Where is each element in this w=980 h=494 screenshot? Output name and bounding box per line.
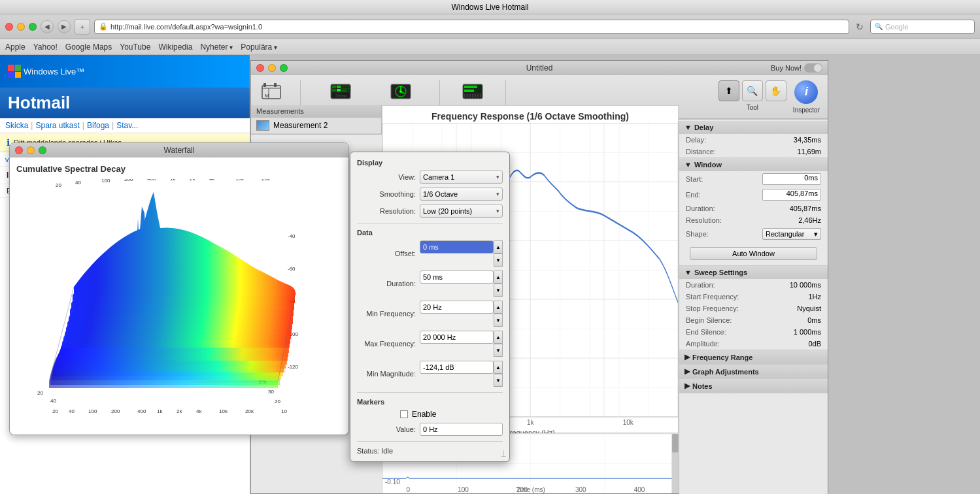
delay-header[interactable]: ▼ Delay xyxy=(679,121,828,134)
window-close-btn[interactable] xyxy=(5,23,13,31)
inspector-icon[interactable]: i xyxy=(794,80,818,104)
url-bar[interactable]: 🔒 http://mail.live.com/default.aspx?wa=w… xyxy=(94,20,849,34)
end-input[interactable]: 405,87ms xyxy=(762,189,821,201)
delay-section: ▼ Delay Delay: 34,35ms Distance: 11,69m xyxy=(679,121,828,158)
bookmark-nyheter[interactable]: Nyheter xyxy=(200,42,233,52)
max-freq-input[interactable]: 20 000 Hz xyxy=(420,331,494,344)
bookmark-populara[interactable]: Populära xyxy=(241,42,277,52)
waterfall-svg: 20 40 100 200 400 1k 2k 4k 10k 20k -40 -… xyxy=(16,179,317,414)
svg-text:1k: 1k xyxy=(157,408,163,414)
pointer-tool-btn[interactable]: ⬆ xyxy=(718,80,739,101)
min-mag-up-btn[interactable]: ▲ xyxy=(494,361,503,374)
start-label: Start: xyxy=(686,175,703,183)
shape-select[interactable]: Rectangular ▾ xyxy=(762,228,821,240)
auto-window-row: Auto Window xyxy=(679,242,828,265)
min-freq-up-btn[interactable]: ▲ xyxy=(494,301,503,314)
duration-up-btn[interactable]: ▲ xyxy=(494,271,503,284)
status-value: Idle xyxy=(381,447,393,455)
level-icon xyxy=(461,80,484,104)
waterfall-maximize-btn[interactable] xyxy=(39,146,46,154)
end-row: End: 405,87ms xyxy=(679,187,828,203)
bookmark-youtube[interactable]: YouTube xyxy=(120,42,150,52)
min-mag-row: Min Magnitude: -124,1 dB ▲ ▼ xyxy=(357,361,503,387)
resolution-row: Resolution: 2,46Hz xyxy=(679,214,828,226)
bookmark-yahoo[interactable]: Yahoo! xyxy=(33,42,58,52)
min-freq-down-btn[interactable]: ▼ xyxy=(494,314,503,327)
browser-chrome: Windows Live Hotmail ◀ ▶ + 🔒 http://mail… xyxy=(0,0,980,55)
min-freq-row: Min Frequency: 20 Hz ▲ ▼ xyxy=(357,301,503,327)
svg-text:400: 400 xyxy=(147,179,156,182)
notes-arrow: ▶ xyxy=(684,382,690,390)
bookmark-googlemaps[interactable]: Google Maps xyxy=(65,42,112,52)
toolbar-tools: ⬆ 🔍 ✋ Tool i Inspector xyxy=(718,80,820,114)
window-header[interactable]: ▼ Window xyxy=(679,158,828,171)
svg-rect-10 xyxy=(332,89,336,91)
waterfall-minimize-btn[interactable] xyxy=(27,146,35,154)
offset-up-btn[interactable]: ▲ xyxy=(494,240,503,254)
pan-tool-btn[interactable]: ✋ xyxy=(766,80,786,101)
duration-down-btn[interactable]: ▼ xyxy=(494,284,503,297)
max-freq-down-btn[interactable]: ▼ xyxy=(494,344,503,357)
min-freq-input[interactable]: 20 Hz xyxy=(420,301,494,314)
svg-text:20: 20 xyxy=(37,390,43,396)
bookmark-wikipedia[interactable]: Wikipedia xyxy=(158,42,192,52)
duration-input[interactable]: 50 ms xyxy=(420,271,494,284)
start-input[interactable]: 0ms xyxy=(762,173,821,185)
svg-rect-11 xyxy=(337,89,341,91)
smoothing-select-arrow: ▾ xyxy=(496,191,499,197)
end-silence-row: End Silence: 1 000ms xyxy=(679,326,828,338)
search-bar[interactable]: 🔍 Google xyxy=(870,20,975,34)
analyzer-close-btn[interactable] xyxy=(256,64,264,72)
graph-adjustments-section: ▶ Graph Adjustments xyxy=(679,365,828,379)
enable-checkbox[interactable] xyxy=(400,410,408,418)
notes-header[interactable]: ▶ Notes xyxy=(679,379,828,393)
nav-spara[interactable]: Spara utkast xyxy=(35,121,79,130)
frequency-range-header[interactable]: ▶ Frequency Range xyxy=(679,350,828,364)
zoom-tool-btn[interactable]: 🔍 xyxy=(742,80,763,101)
svg-text:200: 200 xyxy=(124,179,133,182)
resize-handle[interactable]: ⟘ xyxy=(501,450,507,459)
max-freq-up-btn[interactable]: ▲ xyxy=(494,331,503,344)
waterfall-close-btn[interactable] xyxy=(15,146,23,154)
nav-bifoga[interactable]: Bifoga xyxy=(87,121,109,130)
nav-back-btn[interactable]: ◀ xyxy=(41,20,54,33)
end-silence-value: 1 000ms xyxy=(794,328,821,336)
min-mag-down-btn[interactable]: ▼ xyxy=(494,374,503,387)
window-minimize-btn[interactable] xyxy=(17,23,25,31)
offset-input[interactable]: 0 ms xyxy=(420,240,494,254)
y-label-value: -0.10 xyxy=(385,478,400,486)
graph-adjustments-header[interactable]: ▶ Graph Adjustments xyxy=(679,365,828,378)
sweep-header[interactable]: ▼ Sweep Settings xyxy=(679,266,828,279)
svg-text:10: 10 xyxy=(281,408,287,414)
resolution-select[interactable]: Low (20 points) ▾ xyxy=(420,205,503,218)
buy-now[interactable]: Buy Now! xyxy=(771,63,822,73)
reload-btn[interactable]: ↻ xyxy=(853,20,866,33)
add-tab-btn[interactable]: + xyxy=(75,19,90,35)
measurement-item[interactable]: Measurement 2 xyxy=(251,118,381,134)
frequency-range-section: ▶ Frequency Range xyxy=(679,350,828,365)
svg-rect-8 xyxy=(332,86,336,88)
min-mag-input[interactable]: -124,1 dB xyxy=(420,361,494,374)
offset-down-btn[interactable]: ▼ xyxy=(494,254,503,267)
svg-text:4k: 4k xyxy=(196,408,202,414)
inspector-group: i Inspector xyxy=(793,80,820,114)
auto-window-btn[interactable]: Auto Window xyxy=(690,247,817,260)
nav-forward-btn[interactable]: ▶ xyxy=(58,20,71,33)
bookmark-apple[interactable]: Apple xyxy=(5,42,25,52)
view-select[interactable]: Camera 1 ▾ xyxy=(420,171,503,184)
value-input[interactable]: 0 Hz xyxy=(420,423,503,436)
smoothing-select[interactable]: 1/6 Octave ▾ xyxy=(420,188,503,201)
svg-rect-55 xyxy=(672,434,678,452)
svg-text:20k: 20k xyxy=(262,179,271,182)
svg-text:Settings: Settings xyxy=(335,93,348,97)
svg-text:2k: 2k xyxy=(177,408,182,414)
nav-skicka[interactable]: Skicka xyxy=(5,121,28,130)
svg-text:20: 20 xyxy=(52,408,58,414)
hotmail-nav: Skicka | Spara utkast | Bifoga | Stav... xyxy=(0,118,250,133)
min-freq-stepper-btns: ▲ ▼ xyxy=(494,301,503,327)
max-freq-label: Max Frequency: xyxy=(357,340,416,348)
analyzer-maximize-btn[interactable] xyxy=(280,64,288,72)
window-maximize-btn[interactable] xyxy=(29,23,37,31)
nav-stav[interactable]: Stav... xyxy=(116,121,138,130)
analyzer-minimize-btn[interactable] xyxy=(268,64,276,72)
